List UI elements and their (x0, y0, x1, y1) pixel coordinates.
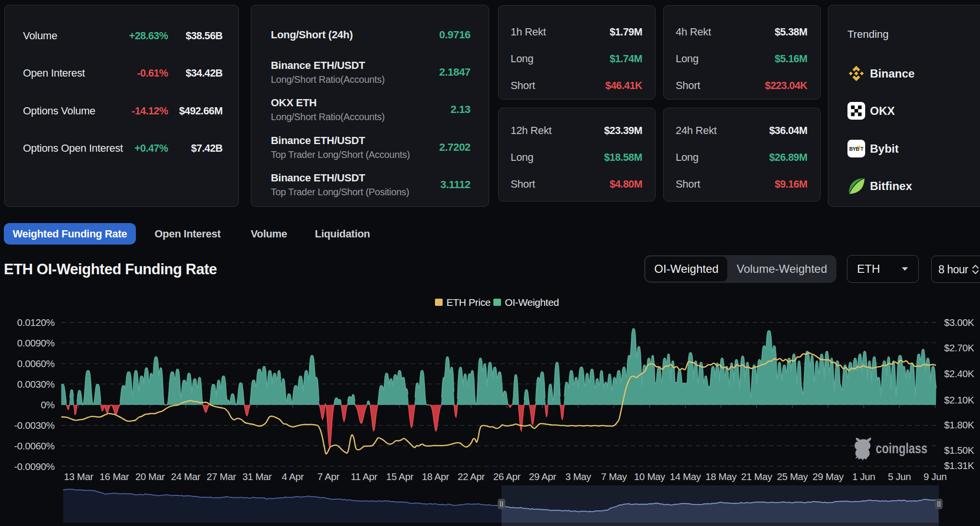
svg-text:$2.10K: $2.10K (944, 394, 974, 405)
svg-text:0.0120%: 0.0120% (17, 317, 55, 328)
svg-text:4 Apr: 4 Apr (282, 471, 304, 482)
svg-text:coinglass: coinglass (876, 440, 927, 456)
svg-text:3 May: 3 May (565, 471, 591, 482)
svg-text:27 Mar: 27 Mar (207, 471, 236, 482)
svg-text:0%: 0% (41, 399, 55, 410)
svg-text:20 Mar: 20 Mar (135, 471, 165, 482)
svg-text:10 May: 10 May (634, 471, 666, 482)
svg-text:$1.31K: $1.31K (944, 460, 974, 471)
svg-text:-0.0090%: -0.0090% (14, 461, 55, 472)
svg-text:7 May: 7 May (601, 471, 627, 482)
svg-text:7 Apr: 7 Apr (317, 471, 339, 482)
svg-text:$1.80K: $1.80K (944, 419, 974, 430)
svg-text:18 Apr: 18 Apr (422, 471, 449, 482)
svg-text:0.0060%: 0.0060% (17, 358, 55, 369)
svg-text:16 Mar: 16 Mar (100, 471, 129, 482)
svg-text:-0.0030%: -0.0030% (14, 420, 55, 431)
svg-text:0.0030%: 0.0030% (17, 379, 55, 390)
svg-text:31 Mar: 31 Mar (242, 471, 272, 482)
svg-text:24 Mar: 24 Mar (171, 471, 200, 482)
svg-text:25 May: 25 May (777, 471, 808, 482)
svg-text:5 Jun: 5 Jun (888, 471, 911, 482)
svg-text:15 Apr: 15 Apr (386, 471, 413, 482)
svg-text:9 Jun: 9 Jun (924, 471, 947, 482)
svg-text:26 Apr: 26 Apr (493, 471, 521, 482)
svg-text:$2.40K: $2.40K (944, 368, 974, 379)
svg-text:21 May: 21 May (741, 471, 773, 482)
svg-text:0.0090%: 0.0090% (17, 337, 55, 348)
svg-text:29 Apr: 29 Apr (529, 471, 556, 482)
svg-text:$1.50K: $1.50K (944, 445, 974, 456)
svg-text:14 May: 14 May (670, 471, 702, 482)
svg-text:18 May: 18 May (705, 471, 737, 482)
svg-text:$3.00K: $3.00K (944, 317, 974, 328)
svg-text:11 Apr: 11 Apr (351, 471, 378, 482)
svg-text:13 Mar: 13 Mar (64, 471, 93, 482)
svg-text:T: T (860, 146, 864, 152)
svg-text:$2.70K: $2.70K (944, 342, 974, 353)
svg-text:-0.0060%: -0.0060% (14, 440, 55, 451)
svg-text:BYB: BYB (849, 146, 859, 152)
svg-text:22 Apr: 22 Apr (457, 471, 485, 482)
svg-text:29 May: 29 May (813, 471, 844, 482)
svg-text:1 Jun: 1 Jun (852, 471, 875, 482)
